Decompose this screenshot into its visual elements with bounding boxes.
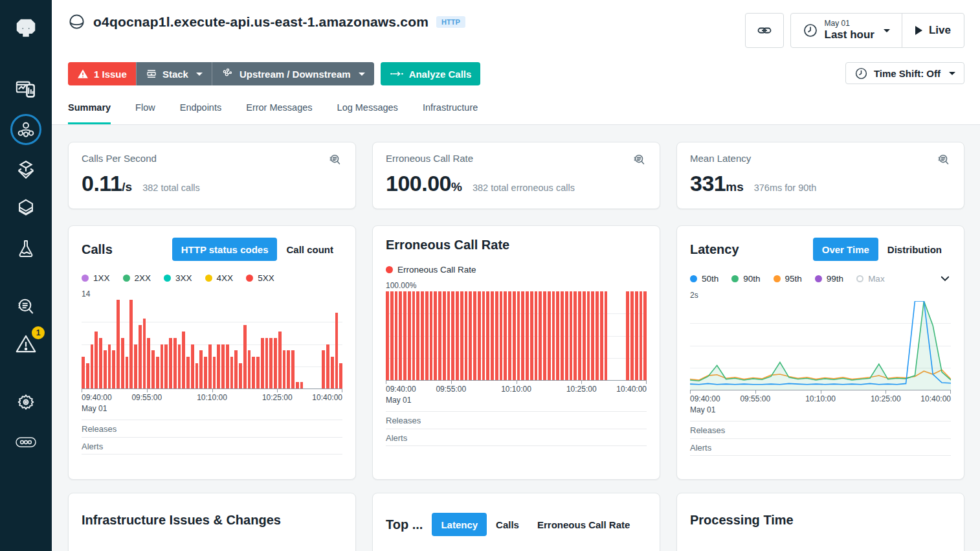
bar[interactable] [147,338,150,388]
latency-line-chart[interactable] [690,301,951,390]
bar[interactable] [517,291,520,380]
bar[interactable] [469,291,472,380]
alerts-row[interactable]: Alerts [690,438,951,456]
bar[interactable] [126,357,129,388]
bar[interactable] [186,357,190,388]
bar[interactable] [640,291,643,380]
alerts-row[interactable]: Alerts [386,429,647,446]
tab-infrastructure[interactable]: Infrastructure [423,102,478,124]
unbounded-analytics-icon[interactable] [13,294,39,320]
bar[interactable] [403,291,406,380]
tab-endpoints[interactable]: Endpoints [180,102,222,124]
bar[interactable] [491,291,494,380]
bar[interactable] [473,291,476,380]
analyze-calls-button[interactable]: Analyze Calls [381,62,481,85]
time-range-button[interactable]: May 01 Last hour [791,14,902,47]
bar[interactable] [504,291,507,380]
bar[interactable] [530,291,533,380]
bar[interactable] [86,363,89,388]
bar[interactable] [335,313,339,388]
bar[interactable] [508,291,511,380]
bar[interactable] [283,350,286,388]
bar[interactable] [421,291,424,380]
bar[interactable] [129,300,133,388]
bar[interactable] [278,332,282,388]
bar[interactable] [626,291,629,380]
bar[interactable] [82,357,85,388]
legend-item-erroneous-call-rate[interactable]: Erroneous Call Rate [386,265,476,275]
applications-nav-active[interactable] [10,114,41,145]
bar[interactable] [543,291,546,380]
bar[interactable] [535,291,538,380]
legend-item-max[interactable]: Max [856,274,885,284]
toggle-erroneous-call-rate[interactable]: Erroneous Call Rate [528,513,639,536]
series-line-90th[interactable] [690,301,951,381]
bar[interactable] [495,291,498,380]
bar[interactable] [204,357,207,388]
bar[interactable] [600,291,603,380]
analyze-magnifier-icon[interactable] [937,153,951,167]
bar[interactable] [91,344,94,389]
alerts-row[interactable]: Alerts [82,437,342,455]
bar[interactable] [565,291,568,380]
bar[interactable] [412,291,416,380]
bar[interactable] [438,291,441,380]
issues-button[interactable]: 1 Issue [68,62,136,85]
releases-row[interactable]: Releases [386,411,647,429]
bar[interactable] [521,291,524,380]
bar[interactable] [570,291,573,380]
bar[interactable] [539,291,542,380]
bar[interactable] [182,332,185,388]
bar[interactable] [199,350,203,388]
tab-summary[interactable]: Summary [68,102,111,124]
bar[interactable] [287,350,290,388]
legend-item-50th[interactable]: 50th [690,274,718,284]
bar[interactable] [443,291,446,380]
bar[interactable] [526,291,529,380]
bar[interactable] [416,291,419,380]
bar[interactable] [213,357,216,388]
toggle-call-count[interactable]: Call count [277,238,342,261]
bar[interactable] [460,291,463,380]
bar[interactable] [630,291,634,380]
toggle-calls[interactable]: Calls [487,513,528,536]
bar[interactable] [583,291,586,380]
bar[interactable] [156,357,159,388]
bar[interactable] [465,291,468,380]
bar[interactable] [121,338,124,388]
bar[interactable] [191,344,194,389]
bar[interactable] [331,357,334,388]
toggle-http-status-codes[interactable]: HTTP status codes [172,238,278,261]
bar[interactable] [390,291,394,380]
legend-item-99th[interactable]: 99th [815,274,843,284]
bar[interactable] [151,350,155,388]
bar[interactable] [296,382,299,388]
events-nav-icon[interactable]: 1 [13,331,39,357]
bar[interactable] [99,338,102,388]
legend-item-95th[interactable]: 95th [774,274,802,284]
share-link-button[interactable] [745,13,784,48]
bar[interactable] [143,319,146,388]
legend-item-2xx[interactable]: 2XX [123,273,151,283]
bar[interactable] [574,291,577,380]
bar[interactable] [104,350,107,388]
bar[interactable] [221,344,225,389]
bar[interactable] [456,291,459,380]
bar[interactable] [326,344,329,389]
bar[interactable] [178,344,181,389]
bar[interactable] [252,357,255,388]
live-button[interactable]: Live [902,14,964,47]
tab-log-messages[interactable]: Log Messages [337,102,398,124]
bar[interactable] [108,344,111,389]
bar[interactable] [425,291,429,380]
bar[interactable] [643,291,647,380]
legend-item-1xx[interactable]: 1XX [82,273,110,283]
bar[interactable] [587,291,590,380]
series-line-50th[interactable] [690,301,951,385]
more-options-icon[interactable] [13,429,39,455]
bar[interactable] [95,332,98,388]
bar[interactable] [434,291,437,380]
legend-item-5xx[interactable]: 5XX [246,273,274,283]
bar[interactable] [117,300,120,388]
websites-mobile-apps-icon[interactable] [13,76,39,102]
